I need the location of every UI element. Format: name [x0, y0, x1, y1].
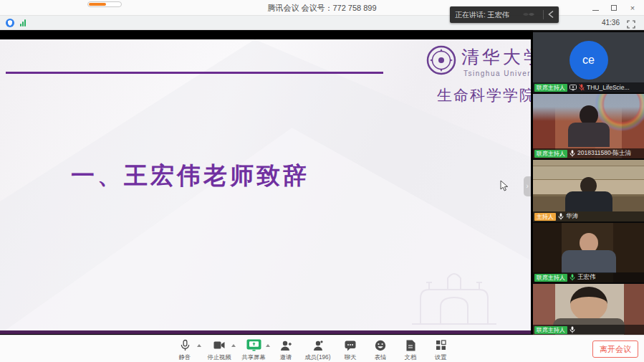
docs-button[interactable]: 文档 [395, 338, 426, 362]
participant-tile[interactable]: ce 联席主持人 THU_LifeScie... [533, 32, 644, 92]
share-options-caret[interactable] [266, 344, 270, 347]
mic-icon [558, 210, 564, 222]
toast-divider [543, 10, 544, 19]
chat-button[interactable]: 聊天 [335, 338, 365, 362]
mic-muted-icon [579, 81, 585, 92]
participant-tile[interactable]: 联席主持人 2018311580-陈士清 [533, 94, 644, 158]
mute-button[interactable]: 静音 [168, 338, 202, 362]
minimize-button[interactable] [591, 4, 600, 12]
role-badge: 主持人 [534, 213, 556, 221]
role-badge: 联席主持人 [534, 274, 567, 282]
members-button[interactable]: 成员(196) [301, 338, 335, 362]
role-badge: 联席主持人 [534, 150, 567, 158]
university-name-cn: 清华大学 [461, 45, 531, 69]
school-name: 生命科学学院 [437, 85, 531, 105]
microphone-icon [180, 338, 191, 352]
participant-info-bar: 联席主持人 王宏伟 [533, 272, 644, 282]
window-controls: × [591, 0, 637, 16]
participant-info-bar: 主持人 华涛 [533, 211, 644, 222]
screen-share-icon [569, 81, 577, 92]
camera-icon [213, 338, 225, 352]
document-icon [405, 338, 415, 352]
slide-footer-bar [0, 330, 531, 334]
slide-accent-line [6, 72, 383, 74]
close-button[interactable]: × [628, 4, 637, 12]
invite-button[interactable]: 邀请 [271, 338, 301, 362]
mic-icon [569, 323, 575, 335]
participant-avatar: ce [569, 41, 608, 80]
stop-video-button[interactable]: 停止视频 [202, 338, 236, 362]
participant-name: THU_LifeScie... [587, 84, 630, 91]
back-arrow-icon[interactable] [547, 9, 554, 22]
fullscreen-icon[interactable] [627, 19, 635, 27]
members-icon [312, 338, 324, 352]
participant-name: 王宏伟 [577, 273, 596, 282]
video-options-caret[interactable] [231, 344, 236, 347]
mic-icon [569, 147, 575, 158]
sidebar-collapse-handle[interactable]: › [524, 176, 531, 196]
mic-options-caret[interactable] [197, 344, 201, 347]
participant-video [565, 177, 612, 211]
mouse-cursor [500, 181, 509, 195]
speaking-label: 正在讲话: 王宏伟 [455, 10, 522, 20]
security-shield-icon[interactable] [6, 19, 14, 27]
gate-watermark-icon [412, 264, 496, 328]
settings-button[interactable]: 设置 [426, 338, 456, 362]
meeting-duration: 41:36 [602, 19, 620, 27]
settings-grid-icon [436, 338, 446, 352]
chat-icon [345, 338, 356, 352]
share-screen-button[interactable]: 共享屏幕 [236, 338, 271, 362]
slide-title: 一、王宏伟老师致辞 [0, 160, 380, 192]
speaking-toast: 正在讲话: 王宏伟 [450, 6, 559, 23]
presentation-slide: 清华大学 Tsinghua University 生命科学学院 一、王宏伟老师致… [0, 39, 531, 334]
invite-person-icon [280, 338, 292, 352]
participants-sidebar: ce 联席主持人 THU_LifeScie... 联席主持人 [533, 30, 644, 335]
leave-meeting-button[interactable]: 离开会议 [592, 340, 638, 358]
university-name-en: Tsinghua University [463, 70, 531, 77]
participant-video [568, 105, 610, 147]
participant-video [562, 233, 616, 273]
tsinghua-seal-icon [426, 45, 456, 78]
participant-tile[interactable]: 联席主持人 [533, 284, 644, 335]
network-signal-icon[interactable] [20, 19, 26, 27]
shared-screen-region: 清华大学 Tsinghua University 生命科学学院 一、王宏伟老师致… [0, 30, 644, 335]
voice-activity-icon [522, 9, 539, 22]
role-badge: 联席主持人 [534, 326, 567, 334]
participant-tile[interactable]: 联席主持人 王宏伟 [533, 223, 644, 282]
restore-button[interactable] [610, 4, 618, 12]
meeting-window: 腾讯会议 会议号：772 758 899 × 41:36 正在讲话: 王宏伟 [0, 0, 644, 362]
toolbar-items: 静音 停止视频 共享屏幕 邀请 [168, 338, 456, 362]
meeting-toolbar: 静音 停止视频 共享屏幕 邀请 [0, 335, 644, 362]
role-badge: 联席主持人 [534, 84, 567, 92]
participant-name: 2018311580-陈士清 [577, 149, 631, 158]
participant-info-bar: 联席主持人 [533, 325, 644, 335]
screen-share-active-icon [246, 338, 261, 352]
emoji-icon [375, 338, 386, 352]
mic-active-icon [569, 271, 575, 282]
emoji-button[interactable]: 表情 [365, 338, 395, 362]
participant-tile[interactable]: 主持人 华涛 [533, 160, 644, 222]
participant-info-bar: 联席主持人 2018311580-陈士清 [533, 148, 644, 158]
participant-name: 华涛 [566, 212, 578, 221]
participant-info-bar: 联席主持人 THU_LifeScie... [533, 82, 644, 92]
